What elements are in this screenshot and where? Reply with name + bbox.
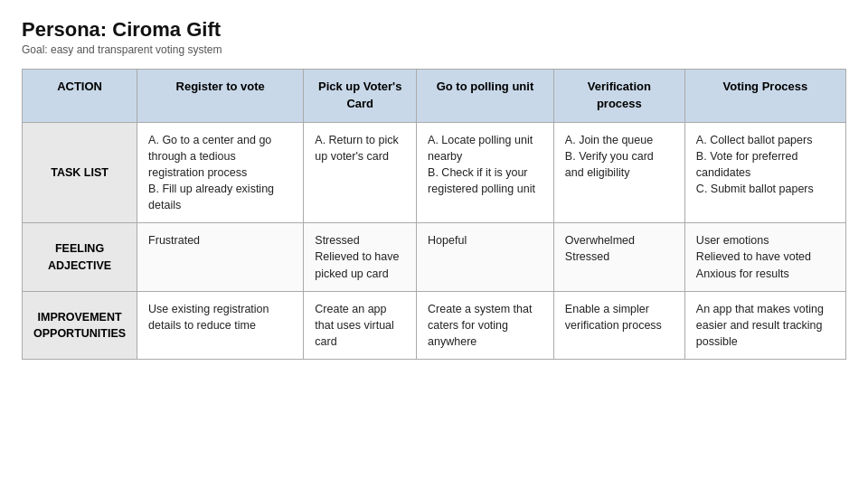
page-subtitle: Goal: easy and transparent voting system	[22, 43, 846, 56]
page-title: Persona: Ciroma Gift	[22, 18, 846, 42]
col-header-verification: Verification process	[553, 70, 684, 123]
col-header-polling: Go to polling unit	[417, 70, 554, 123]
col-header-register: Register to vote	[137, 70, 304, 123]
table-row: IMPROVEMENT OPPORTUNITIES Use existing r…	[23, 291, 846, 359]
feeling-verification: Overwhelmed Stressed	[553, 223, 684, 291]
improvement-pickup: Create an app that uses virtual card	[304, 291, 417, 359]
tasklist-verification: A. Join the queue B. Verify you card and…	[553, 122, 684, 223]
tasklist-pickup: A. Return to pick up voter's card	[304, 122, 417, 223]
tasklist-voting: A. Collect ballot papers B. Vote for pre…	[684, 122, 845, 223]
row-header-improvement: IMPROVEMENT OPPORTUNITIES	[23, 291, 137, 359]
table-row: TASK LIST A. Go to a center and go throu…	[23, 122, 846, 223]
col-header-action: ACTION	[23, 70, 137, 123]
improvement-polling: Create a system that caters for voting a…	[417, 291, 554, 359]
feeling-polling: Hopeful	[417, 223, 554, 291]
row-header-tasklist: TASK LIST	[23, 122, 137, 223]
table-row: FEELING ADJECTIVE Frustrated Stressed Re…	[23, 223, 846, 291]
feeling-voting: User emotions Relieved to have voted Anx…	[684, 223, 845, 291]
feeling-pickup: Stressed Relieved to have picked up card	[304, 223, 417, 291]
journey-map-table: ACTION Register to vote Pick up Voter's …	[22, 69, 846, 360]
tasklist-polling: A. Locate polling unit nearby B. Check i…	[417, 122, 554, 223]
col-header-voting: Voting Process	[684, 70, 845, 123]
feeling-register: Frustrated	[137, 223, 304, 291]
improvement-voting: An app that makes voting easier and resu…	[684, 291, 845, 359]
col-header-pickup: Pick up Voter's Card	[304, 70, 417, 123]
improvement-verification: Enable a simpler verification process	[553, 291, 684, 359]
row-header-feeling: FEELING ADJECTIVE	[23, 223, 137, 291]
tasklist-register: A. Go to a center and go through a tedio…	[137, 122, 304, 223]
improvement-register: Use existing registration details to red…	[137, 291, 304, 359]
